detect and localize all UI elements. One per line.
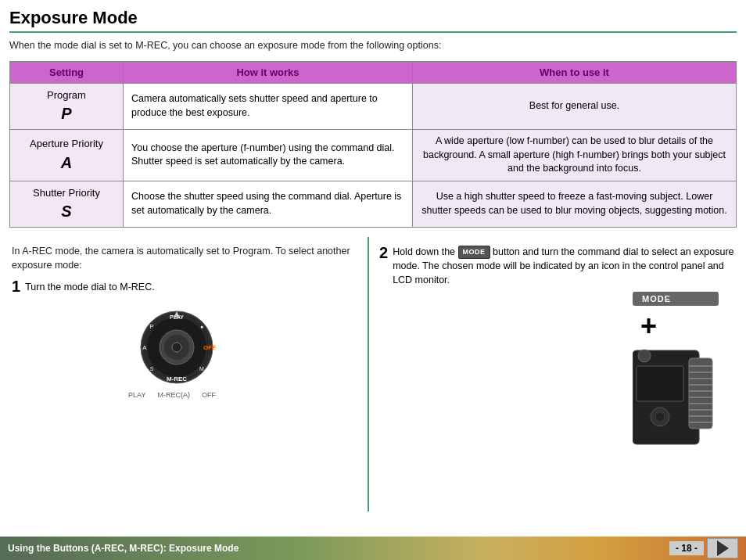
exposure-table: Setting How it works When to use it Prog… (9, 61, 737, 228)
svg-text:M-REC: M-REC (167, 375, 187, 382)
command-dial-image (633, 346, 719, 448)
step-2-text: Hold down the MODE button and turn the c… (393, 245, 734, 287)
mode-badge-inline: MODE (458, 246, 490, 259)
svg-point-30 (656, 413, 664, 421)
title-divider (9, 31, 737, 33)
svg-text:S: S (150, 366, 154, 372)
col-header-when: When to use it (413, 61, 737, 83)
setting-aperture: Aperture Priority A (10, 130, 124, 181)
svg-text:●: ● (200, 324, 203, 329)
col-header-setting: Setting (10, 61, 124, 83)
howit-program: Camera automatically sets shutter speed … (124, 83, 413, 130)
svg-point-27 (638, 350, 651, 362)
howit-shutter: Choose the shutter speed using the comma… (124, 181, 413, 228)
table-row: Aperture Priority A You choose the apert… (10, 130, 737, 181)
svg-text:M: M (199, 366, 204, 372)
svg-rect-16 (689, 358, 712, 429)
step-2-number: 2 (379, 245, 388, 260)
dial-label-mrec: M-REC(A) (157, 391, 190, 399)
step-1-number: 1 (12, 278, 20, 294)
table-row: Program P Camera automatically sets shut… (10, 83, 737, 130)
right-visual-area: MODE + (379, 292, 734, 448)
dial-label-off: OFF (202, 391, 216, 399)
when-shutter: Use a high shutter speed to freeze a fas… (413, 181, 737, 228)
setting-shutter: Shutter Priority S (10, 181, 124, 228)
table-row: Shutter Priority S Choose the shutter sp… (10, 181, 737, 228)
intro-text: When the mode dial is set to M-REC, you … (9, 39, 737, 53)
mode-dial-svg: PLAY ● OFF M M-REC S A P (138, 307, 216, 393)
plus-sign: + (640, 312, 719, 340)
when-program: Best for general use. (413, 83, 737, 130)
vertical-divider (368, 237, 369, 512)
step-1-text: Turn the mode dial to M-REC. (25, 278, 155, 295)
svg-text:OFF: OFF (203, 344, 216, 351)
command-dial-svg (633, 346, 719, 448)
dial-label-play: PLAY (128, 391, 145, 399)
when-aperture: A wide aperture (low f-number) can be us… (413, 130, 737, 181)
arrow-right-icon (717, 540, 729, 556)
howit-aperture: You choose the aperture (f-number) using… (124, 130, 413, 181)
footer-text: Using the Buttons (A-REC, M-REC): Exposu… (8, 543, 239, 554)
left-steps: In A-REC mode, the camera is automatical… (0, 237, 368, 540)
footer: Using the Buttons (A-REC, M-REC): Exposu… (0, 537, 746, 560)
step-1: 1 Turn the mode dial to M-REC. (12, 278, 356, 295)
next-page-arrow[interactable] (707, 538, 738, 558)
svg-point-13 (172, 343, 181, 352)
mode-dial-container: PLAY ● OFF M M-REC S A P (12, 307, 356, 399)
right-steps: 2 Hold down the MODE button and turn the… (368, 237, 746, 540)
mode-button-large: MODE (633, 292, 719, 306)
footer-page: - 18 - (669, 541, 704, 555)
mode-button-display: MODE + (633, 292, 719, 448)
arec-note: In A-REC mode, the camera is automatical… (12, 245, 356, 272)
svg-rect-28 (637, 366, 683, 401)
svg-text:P: P (149, 323, 153, 330)
page-title: Exposure Mode (9, 8, 737, 28)
svg-text:A: A (142, 344, 147, 351)
setting-program: Program P (10, 83, 124, 130)
col-header-how: How it works (124, 61, 413, 83)
step-2-container: 2 Hold down the MODE button and turn the… (379, 245, 734, 287)
